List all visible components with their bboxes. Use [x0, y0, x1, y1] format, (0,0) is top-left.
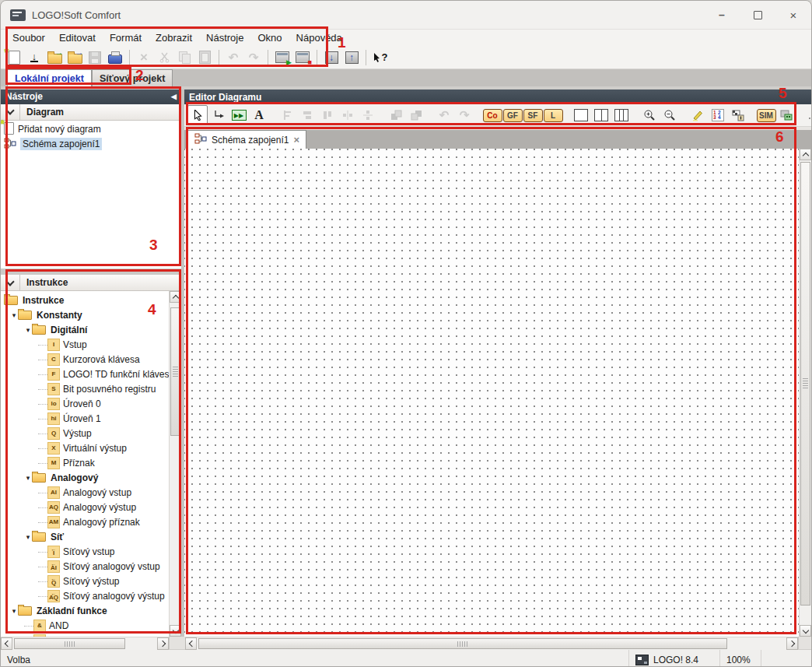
zoom-in-icon[interactable]: [640, 106, 659, 125]
tree-item-uroven-1[interactable]: hiÚroveň 1: [1, 411, 170, 426]
align-vertical-icon[interactable]: [318, 106, 337, 125]
redo-icon[interactable]: ↷: [244, 48, 263, 67]
text-tool-icon[interactable]: A: [250, 106, 268, 125]
chevron-down-icon[interactable]: [1, 275, 20, 290]
align-horizontal-icon[interactable]: [298, 106, 317, 125]
layout-split-3-icon[interactable]: [612, 106, 631, 125]
download-window-icon[interactable]: ↓: [322, 48, 341, 67]
tree-item-sitovy-analogovy-vstup[interactable]: ←AISíťový analogový vstup: [1, 559, 170, 574]
tree-item-analogovy-priznak[interactable]: AMAnalogový příznak: [1, 514, 170, 529]
minimize-button[interactable]: –: [704, 1, 740, 29]
scroll-thumb[interactable]: [170, 307, 180, 436]
tree-folder-instrukce[interactable]: Instrukce: [1, 293, 170, 307]
tree-item-sitovy-vstup[interactable]: ←ISíťový vstup: [1, 544, 170, 559]
context-help-icon[interactable]: ?: [371, 48, 390, 67]
redo-icon[interactable]: ↷: [455, 106, 474, 125]
scroll-down-button[interactable]: [800, 625, 811, 637]
diagram-list-item-schema-zapojeni1[interactable]: Schéma zapojení1: [1, 137, 181, 152]
diagram-list-item-pridat-novy-diagram[interactable]: *Přidat nový diagram: [1, 122, 181, 137]
tree-folder-digitalni[interactable]: ▾Digitální: [1, 322, 170, 337]
numbering-icon[interactable]: 1234: [709, 106, 727, 125]
tree-item-vystup[interactable]: QVýstup: [1, 426, 170, 441]
cut-icon[interactable]: [155, 48, 173, 67]
scroll-track[interactable]: [197, 637, 786, 650]
editor-horizontal-scrollbar[interactable]: [185, 637, 798, 650]
new-file-icon[interactable]: *: [5, 48, 23, 67]
select-tool-icon[interactable]: [187, 105, 208, 125]
scroll-right-button[interactable]: [157, 637, 169, 650]
menu-item-zobrazit[interactable]: Zobrazit: [149, 32, 199, 44]
tab-close-icon[interactable]: ×: [293, 134, 299, 146]
tree-item-logo-td-funkcni-klavesa[interactable]: FLOGO! TD funkční klávesa: [1, 367, 170, 381]
project-tab-sitovy-projekt[interactable]: Síťový projekt: [92, 69, 173, 86]
pc-to-logo-icon[interactable]: ▶: [273, 48, 292, 67]
project-tab-lokalni-projekt[interactable]: Lokální projekt: [7, 69, 92, 86]
menu-item-soubor[interactable]: Soubor: [5, 32, 52, 44]
delete-icon[interactable]: ×: [135, 48, 153, 67]
scroll-right-button[interactable]: [786, 637, 798, 650]
menu-item-nastroje[interactable]: Nástroje: [199, 32, 250, 44]
scroll-down-button[interactable]: [170, 625, 181, 637]
instructions-panel-header[interactable]: Instrukce: [1, 275, 181, 291]
menu-item-okno[interactable]: Okno: [250, 32, 289, 44]
diagram-canvas[interactable]: [184, 149, 799, 637]
tree-item-vstup[interactable]: IVstup: [1, 337, 170, 352]
scroll-thumb[interactable]: [198, 638, 727, 649]
simulation-icon[interactable]: SIM: [757, 106, 775, 125]
expand-arrow-icon[interactable]: ▾: [24, 326, 32, 334]
tree-folder-zakladni-funkce[interactable]: ▾Základní funkce: [1, 603, 170, 618]
copy-icon[interactable]: [175, 48, 194, 67]
editor-tab-schema[interactable]: Schéma zapojení1 ×: [187, 130, 306, 149]
layout-split-2-icon[interactable]: [592, 106, 611, 125]
expand-arrow-icon[interactable]: ▾: [24, 533, 32, 541]
tree-vertical-scrollbar[interactable]: [169, 291, 181, 637]
online-test-icon[interactable]: [777, 106, 796, 125]
tree-item-kurzorova-klavesa[interactable]: CKurzorová klávesa: [1, 352, 170, 367]
logo-to-pc-icon[interactable]: ■: [293, 48, 312, 67]
tree-item-sitovy-analogovy-vystup[interactable]: ←AQSíťový analogový výstup: [1, 588, 170, 603]
close-button[interactable]: ×: [775, 1, 811, 29]
scroll-thumb[interactable]: [14, 638, 125, 649]
scroll-track[interactable]: [12, 637, 157, 650]
expand-arrow-icon[interactable]: ▾: [24, 474, 32, 482]
scroll-track[interactable]: [170, 303, 181, 625]
tree-folder-analogovy[interactable]: ▾Analogový: [1, 470, 170, 485]
flow-tool-icon[interactable]: ▶▶: [229, 106, 248, 125]
tree-item-uroven-0[interactable]: loÚroveň 0: [1, 396, 170, 411]
tree-item-bit-posuvneho-registru[interactable]: SBit posuvného registru: [1, 381, 170, 396]
upload-window-icon[interactable]: ↑: [342, 48, 361, 67]
distribute-horizontal-icon[interactable]: [338, 106, 357, 125]
tree-item-or[interactable]: ≥1OR: [1, 633, 170, 637]
align-grid-icon[interactable]: [278, 106, 296, 125]
block-compare-icon[interactable]: [729, 106, 747, 125]
tree-folder-sit[interactable]: ▾Síť: [1, 529, 170, 544]
tree-item-analogovy-vystup[interactable]: AQAnalogový výstup: [1, 500, 170, 514]
logic-button-icon[interactable]: L: [544, 106, 562, 125]
editor-vertical-scrollbar[interactable]: [799, 149, 811, 637]
tree-item-analogovy-vstup[interactable]: AIAnalogový vstup: [1, 485, 170, 500]
special-functions-button-icon[interactable]: SF: [523, 106, 542, 125]
collapse-left-icon[interactable]: ◀: [171, 93, 177, 100]
bring-to-front-icon[interactable]: [387, 106, 405, 125]
scroll-up-button[interactable]: [170, 291, 181, 303]
undo-icon[interactable]: ↶: [435, 106, 453, 125]
zoom-out-icon[interactable]: [660, 106, 679, 125]
basic-functions-button-icon[interactable]: GF: [503, 106, 522, 125]
tree-horizontal-scrollbar[interactable]: [1, 637, 169, 650]
tree-item-virtualni-vystup[interactable]: XVirtuální výstup: [1, 441, 170, 455]
expand-arrow-icon[interactable]: ▾: [10, 311, 18, 319]
scroll-up-button[interactable]: [800, 149, 811, 160]
menu-item-format[interactable]: Formát: [103, 32, 149, 44]
diagram-section-header[interactable]: Diagram: [1, 104, 181, 121]
constants-button-icon[interactable]: Co: [483, 106, 502, 125]
distribute-vertical-icon[interactable]: [359, 106, 377, 125]
save-icon[interactable]: [86, 48, 104, 67]
open-from-device-icon[interactable]: →: [65, 48, 84, 67]
layout-single-icon[interactable]: [572, 106, 590, 125]
open-file-icon[interactable]: →: [45, 48, 64, 67]
scroll-left-button[interactable]: [1, 637, 12, 650]
print-icon[interactable]: [106, 48, 124, 67]
scroll-track[interactable]: [800, 160, 811, 625]
menu-item-editovat[interactable]: Editovat: [52, 32, 103, 44]
status-device-cell[interactable]: LOGO! 8.4: [629, 650, 720, 667]
